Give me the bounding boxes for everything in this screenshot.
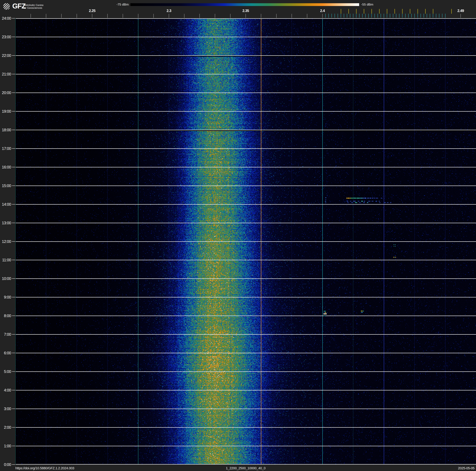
- freq-tick: [123, 14, 123, 18]
- freq-tick: [61, 14, 62, 18]
- freq-tick: [31, 14, 31, 18]
- ble-channel-tick: [396, 14, 396, 18]
- ble-channel-tick: [433, 14, 433, 18]
- time-tick: [12, 92, 15, 93]
- wifi-channel-tick: [348, 9, 349, 14]
- time-tick: [12, 427, 15, 428]
- time-tick: [12, 371, 15, 372]
- ble-channel-tick: [350, 14, 350, 18]
- time-tick-label: 18:00: [0, 128, 11, 132]
- time-tick: [12, 446, 15, 446]
- gfz-logo-icon: [3, 3, 10, 10]
- ble-channel-tick: [411, 14, 412, 18]
- time-tick-label: 15:00: [0, 183, 11, 188]
- time-tick: [12, 37, 15, 37]
- org-name-line1: Helmholtz Centre: [23, 4, 43, 7]
- ble-channel-tick: [365, 14, 366, 18]
- time-tick-label: 23:00: [0, 35, 11, 39]
- time-tick-label: 7:00: [0, 332, 11, 337]
- freq-tick: [107, 14, 108, 18]
- ble-channel-tick: [430, 14, 430, 18]
- freq-tick: [200, 14, 200, 18]
- time-tick-label: 17:00: [0, 146, 11, 151]
- ble-channel-tick: [408, 14, 408, 18]
- ble-channel-tick: [356, 14, 357, 18]
- wifi-channel-tick: [372, 9, 372, 14]
- freq-tick: [77, 14, 77, 18]
- freq-tick: [307, 14, 307, 18]
- ble-channel-tick: [390, 14, 390, 18]
- time-tick-label: 5:00: [0, 369, 11, 374]
- ble-channel-tick: [427, 14, 427, 18]
- time-tick: [12, 241, 15, 242]
- org-name: Helmholtz Centre for Geosciences: [23, 4, 43, 9]
- ble-channel-tick: [421, 14, 421, 18]
- ble-channel-tick: [442, 14, 442, 18]
- time-tick: [12, 74, 15, 74]
- time-tick-label: 16:00: [0, 165, 11, 169]
- freq-tick: [92, 14, 92, 18]
- time-tick: [12, 334, 15, 334]
- ble-channel-tick: [439, 14, 439, 18]
- freq-tick: [215, 14, 215, 18]
- freq-tick: [292, 14, 292, 18]
- header: GFZ Helmholtz Centre for Geosciences -75…: [0, 0, 476, 18]
- time-tick-label: 8:00: [0, 314, 11, 318]
- freq-tick: [169, 14, 169, 18]
- freq-tick: [276, 14, 276, 18]
- time-tick-label: 6:00: [0, 351, 11, 355]
- time-tick-label: 20:00: [0, 91, 11, 95]
- time-tick: [12, 18, 15, 18]
- wifi-channel-tick: [410, 9, 410, 14]
- freq-tick: [460, 14, 461, 18]
- time-tick: [12, 223, 15, 223]
- ble-channel-tick: [332, 14, 332, 18]
- time-tick-label: 3:00: [0, 407, 11, 411]
- ble-channel-tick: [405, 14, 406, 18]
- time-tick-label: 2:00: [0, 425, 11, 430]
- ble-channel-tick: [393, 14, 393, 18]
- wifi-channel-tick: [418, 9, 418, 14]
- time-tick-label: 13:00: [0, 221, 11, 225]
- wifi-channel-tick: [394, 9, 395, 14]
- ble-channel-tick: [384, 14, 384, 18]
- ble-channel-tick: [381, 14, 381, 18]
- time-tick: [12, 260, 15, 260]
- ble-channel-tick: [414, 14, 415, 18]
- ble-channel-tick: [338, 14, 338, 18]
- time-tick: [12, 55, 15, 56]
- freq-tick: [184, 14, 184, 18]
- ble-channel-tick: [372, 14, 372, 18]
- ble-channel-tick: [374, 14, 375, 18]
- ble-channel-tick: [341, 14, 341, 18]
- ble-channel-tick: [328, 14, 329, 18]
- ble-channel-tick: [344, 14, 344, 18]
- ble-channel-tick: [353, 14, 353, 18]
- freq-tick-label: 2.49: [455, 9, 467, 13]
- ble-channel-tick: [362, 14, 362, 18]
- ble-channel-tick: [378, 14, 378, 18]
- freq-tick: [246, 14, 246, 18]
- colorbar-max-label: -55 dBm: [361, 3, 373, 6]
- wifi-channel-tick: [387, 9, 387, 14]
- time-tick-label: 22:00: [0, 53, 11, 58]
- freq-tick-label: 2.25: [86, 9, 98, 13]
- org-name-line2: for Geosciences: [23, 7, 43, 9]
- spectrogram-canvas: [15, 18, 476, 465]
- time-tick: [12, 185, 15, 186]
- ble-channel-tick: [399, 14, 399, 18]
- wifi-channel-tick: [341, 9, 341, 14]
- time-tick-label: 9:00: [0, 295, 11, 299]
- freq-tick: [138, 14, 138, 18]
- wifi-channel-tick: [379, 9, 380, 14]
- colorbar-min-label: -75 dBm: [110, 3, 129, 6]
- time-tick-label: 10:00: [0, 276, 11, 281]
- time-tick: [12, 390, 15, 390]
- freq-tick: [153, 14, 154, 18]
- ble-channel-tick: [347, 14, 347, 18]
- time-tick-label: 14:00: [0, 202, 11, 206]
- wifi-channel-tick: [433, 9, 433, 14]
- ble-channel-tick: [387, 14, 387, 18]
- freq-tick: [46, 14, 46, 18]
- footer-date: 2025-05-05: [458, 465, 475, 471]
